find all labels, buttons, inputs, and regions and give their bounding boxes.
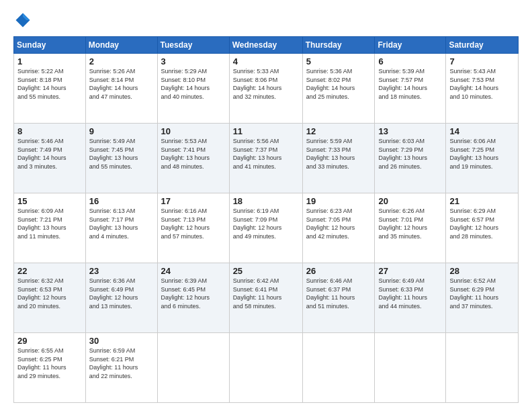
day-cell-24: 24Sunrise: 6:39 AMSunset: 6:45 PMDayligh… bbox=[157, 263, 229, 333]
day-number: 29 bbox=[17, 336, 82, 346]
day-number: 16 bbox=[89, 196, 154, 206]
day-number: 27 bbox=[378, 266, 442, 276]
calendar-week-2: 8Sunrise: 5:46 AMSunset: 7:49 PMDaylight… bbox=[14, 124, 519, 193]
day-cell-28: 28Sunrise: 6:52 AMSunset: 6:29 PMDayligh… bbox=[446, 263, 519, 333]
day-info: Sunrise: 6:16 AMSunset: 7:13 PMDaylight:… bbox=[161, 207, 226, 240]
day-cell-10: 10Sunrise: 5:53 AMSunset: 7:41 PMDayligh… bbox=[157, 124, 229, 193]
day-info: Sunrise: 6:19 AMSunset: 7:09 PMDaylight:… bbox=[233, 207, 299, 240]
empty-cell bbox=[375, 333, 446, 403]
empty-cell bbox=[446, 333, 519, 403]
day-number: 7 bbox=[449, 56, 515, 66]
day-cell-22: 22Sunrise: 6:32 AMSunset: 6:53 PMDayligh… bbox=[14, 263, 86, 333]
day-number: 8 bbox=[17, 126, 82, 136]
day-info: Sunrise: 5:46 AMSunset: 7:49 PMDaylight:… bbox=[17, 137, 82, 171]
calendar-week-1: 1Sunrise: 5:22 AMSunset: 8:18 PMDaylight… bbox=[14, 54, 519, 124]
col-header-monday: Monday bbox=[85, 37, 157, 54]
day-cell-7: 7Sunrise: 5:43 AMSunset: 7:53 PMDaylight… bbox=[446, 54, 519, 124]
col-header-wednesday: Wednesday bbox=[229, 37, 302, 54]
day-info: Sunrise: 5:26 AMSunset: 8:14 PMDaylight:… bbox=[89, 67, 154, 101]
calendar-week-4: 22Sunrise: 6:32 AMSunset: 6:53 PMDayligh… bbox=[14, 263, 519, 333]
day-info: Sunrise: 5:22 AMSunset: 8:18 PMDaylight:… bbox=[17, 67, 82, 101]
col-header-sunday: Sunday bbox=[14, 37, 86, 54]
day-number: 28 bbox=[449, 266, 515, 276]
day-number: 26 bbox=[306, 266, 371, 276]
calendar-table: SundayMondayTuesdayWednesdayThursdayFrid… bbox=[13, 36, 519, 403]
logo bbox=[13, 11, 35, 30]
col-header-friday: Friday bbox=[375, 37, 446, 54]
day-cell-12: 12Sunrise: 5:59 AMSunset: 7:33 PMDayligh… bbox=[302, 124, 375, 193]
day-cell-15: 15Sunrise: 6:09 AMSunset: 7:21 PMDayligh… bbox=[14, 193, 86, 263]
day-info: Sunrise: 5:59 AMSunset: 7:33 PMDaylight:… bbox=[306, 137, 371, 171]
day-info: Sunrise: 6:42 AMSunset: 6:41 PMDaylight:… bbox=[233, 277, 299, 310]
day-number: 25 bbox=[233, 266, 299, 276]
day-number: 12 bbox=[306, 126, 371, 136]
calendar-week-5: 29Sunrise: 6:55 AMSunset: 6:25 PMDayligh… bbox=[14, 333, 519, 403]
day-cell-23: 23Sunrise: 6:36 AMSunset: 6:49 PMDayligh… bbox=[85, 263, 157, 333]
day-cell-25: 25Sunrise: 6:42 AMSunset: 6:41 PMDayligh… bbox=[229, 263, 302, 333]
day-cell-27: 27Sunrise: 6:49 AMSunset: 6:33 PMDayligh… bbox=[375, 263, 446, 333]
day-number: 9 bbox=[89, 126, 154, 136]
day-cell-6: 6Sunrise: 5:39 AMSunset: 7:57 PMDaylight… bbox=[375, 54, 446, 124]
day-info: Sunrise: 6:23 AMSunset: 7:05 PMDaylight:… bbox=[306, 207, 371, 240]
day-cell-9: 9Sunrise: 5:49 AMSunset: 7:45 PMDaylight… bbox=[85, 124, 157, 193]
logo-icon bbox=[13, 11, 32, 30]
day-info: Sunrise: 5:36 AMSunset: 8:02 PMDaylight:… bbox=[306, 67, 371, 101]
day-cell-1: 1Sunrise: 5:22 AMSunset: 8:18 PMDaylight… bbox=[14, 54, 86, 124]
day-info: Sunrise: 5:49 AMSunset: 7:45 PMDaylight:… bbox=[89, 137, 154, 171]
day-number: 24 bbox=[161, 266, 226, 276]
day-number: 5 bbox=[306, 56, 371, 66]
col-header-thursday: Thursday bbox=[302, 37, 375, 54]
col-header-saturday: Saturday bbox=[446, 37, 519, 54]
day-cell-11: 11Sunrise: 5:56 AMSunset: 7:37 PMDayligh… bbox=[229, 124, 302, 193]
day-number: 11 bbox=[233, 126, 299, 136]
day-number: 17 bbox=[161, 196, 226, 206]
day-number: 2 bbox=[89, 56, 154, 66]
day-info: Sunrise: 5:56 AMSunset: 7:37 PMDaylight:… bbox=[233, 137, 299, 171]
day-number: 19 bbox=[306, 196, 371, 206]
day-cell-26: 26Sunrise: 6:46 AMSunset: 6:37 PMDayligh… bbox=[302, 263, 375, 333]
empty-cell bbox=[229, 333, 302, 403]
empty-cell bbox=[157, 333, 229, 403]
day-info: Sunrise: 6:49 AMSunset: 6:33 PMDaylight:… bbox=[378, 277, 442, 310]
day-cell-20: 20Sunrise: 6:26 AMSunset: 7:01 PMDayligh… bbox=[375, 193, 446, 263]
day-info: Sunrise: 6:29 AMSunset: 6:57 PMDaylight:… bbox=[449, 207, 515, 240]
header bbox=[13, 11, 519, 30]
day-cell-18: 18Sunrise: 6:19 AMSunset: 7:09 PMDayligh… bbox=[229, 193, 302, 263]
day-info: Sunrise: 6:06 AMSunset: 7:25 PMDaylight:… bbox=[449, 137, 515, 171]
day-number: 4 bbox=[233, 56, 299, 66]
day-cell-4: 4Sunrise: 5:33 AMSunset: 8:06 PMDaylight… bbox=[229, 54, 302, 124]
day-number: 22 bbox=[17, 266, 82, 276]
day-info: Sunrise: 6:59 AMSunset: 6:21 PMDaylight:… bbox=[89, 347, 154, 380]
day-info: Sunrise: 5:53 AMSunset: 7:41 PMDaylight:… bbox=[161, 137, 226, 171]
day-number: 20 bbox=[378, 196, 442, 206]
day-number: 21 bbox=[449, 196, 515, 206]
col-header-tuesday: Tuesday bbox=[157, 37, 229, 54]
day-info: Sunrise: 6:13 AMSunset: 7:17 PMDaylight:… bbox=[89, 207, 154, 240]
day-cell-13: 13Sunrise: 6:03 AMSunset: 7:29 PMDayligh… bbox=[375, 124, 446, 193]
day-cell-2: 2Sunrise: 5:26 AMSunset: 8:14 PMDaylight… bbox=[85, 54, 157, 124]
day-info: Sunrise: 6:39 AMSunset: 6:45 PMDaylight:… bbox=[161, 277, 226, 310]
day-number: 13 bbox=[378, 126, 442, 136]
day-number: 3 bbox=[161, 56, 226, 66]
day-info: Sunrise: 6:55 AMSunset: 6:25 PMDaylight:… bbox=[17, 347, 82, 380]
day-cell-29: 29Sunrise: 6:55 AMSunset: 6:25 PMDayligh… bbox=[14, 333, 86, 403]
day-number: 23 bbox=[89, 266, 154, 276]
day-info: Sunrise: 5:39 AMSunset: 7:57 PMDaylight:… bbox=[378, 67, 442, 101]
day-cell-30: 30Sunrise: 6:59 AMSunset: 6:21 PMDayligh… bbox=[85, 333, 157, 403]
day-info: Sunrise: 5:43 AMSunset: 7:53 PMDaylight:… bbox=[449, 67, 515, 101]
day-cell-17: 17Sunrise: 6:16 AMSunset: 7:13 PMDayligh… bbox=[157, 193, 229, 263]
day-info: Sunrise: 5:29 AMSunset: 8:10 PMDaylight:… bbox=[161, 67, 226, 101]
day-info: Sunrise: 6:46 AMSunset: 6:37 PMDaylight:… bbox=[306, 277, 371, 310]
day-info: Sunrise: 6:36 AMSunset: 6:49 PMDaylight:… bbox=[89, 277, 154, 310]
day-number: 14 bbox=[449, 126, 515, 136]
day-number: 6 bbox=[378, 56, 442, 66]
day-number: 18 bbox=[233, 196, 299, 206]
calendar-header-row: SundayMondayTuesdayWednesdayThursdayFrid… bbox=[14, 37, 519, 54]
calendar-week-3: 15Sunrise: 6:09 AMSunset: 7:21 PMDayligh… bbox=[14, 193, 519, 263]
day-cell-19: 19Sunrise: 6:23 AMSunset: 7:05 PMDayligh… bbox=[302, 193, 375, 263]
day-info: Sunrise: 6:03 AMSunset: 7:29 PMDaylight:… bbox=[378, 137, 442, 171]
day-number: 1 bbox=[17, 56, 82, 66]
empty-cell bbox=[302, 333, 375, 403]
day-cell-8: 8Sunrise: 5:46 AMSunset: 7:49 PMDaylight… bbox=[14, 124, 86, 193]
day-info: Sunrise: 6:52 AMSunset: 6:29 PMDaylight:… bbox=[449, 277, 515, 310]
